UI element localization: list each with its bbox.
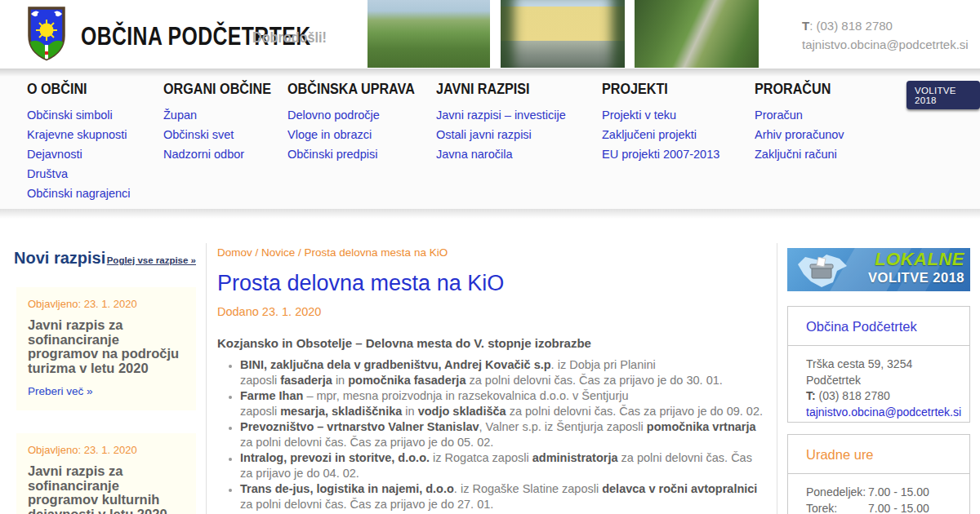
nav-link[interactable]: Zaključni računi bbox=[755, 144, 844, 164]
read-more-link[interactable]: Preberi več » bbox=[28, 385, 93, 397]
contact-address: Trška cesta 59, 3254 Podčetrtek bbox=[806, 357, 951, 388]
nav-column: ORGANI OBČINEŽupanObčinski svetNadzorni … bbox=[163, 80, 290, 164]
header-photo-hills bbox=[368, 0, 490, 68]
breadcrumb-item: Prosta delovna mesta na KiO bbox=[305, 246, 448, 259]
nav-link[interactable]: Dejavnosti bbox=[27, 144, 131, 164]
nav-link[interactable]: Arhiv proračunov bbox=[755, 125, 844, 144]
breadcrumb-separator: / bbox=[252, 246, 261, 259]
contact-email-link[interactable]: tajnistvo.obcina@podcetrtek.si bbox=[806, 405, 961, 419]
job-listing-item: Intralog, prevozi in storitve, d.o.o. iz… bbox=[240, 450, 766, 481]
job-listing-item: BINI, zaključna dela v gradbeništvu, And… bbox=[240, 357, 766, 388]
contact-box-title[interactable]: Občina Podčetrtek bbox=[788, 307, 969, 346]
municipal-coat-of-arms-logo[interactable] bbox=[27, 6, 66, 63]
nav-link[interactable]: Vloge in obrazci bbox=[287, 125, 437, 144]
nav-link[interactable]: Projekti v teku bbox=[602, 105, 719, 125]
news-card[interactable]: Objavljeno: 23. 1. 2020Javni razpis za s… bbox=[16, 287, 196, 410]
breadcrumb-separator: / bbox=[295, 246, 304, 259]
volitve-2018-button[interactable]: VOLITVE 2018 bbox=[906, 81, 980, 109]
nav-link[interactable]: Župan bbox=[163, 105, 290, 125]
see-all-tenders-link[interactable]: Poglej vse razpise » bbox=[107, 255, 196, 265]
office-hours-row: Torek:7.00 - 15.00 bbox=[806, 501, 951, 514]
article-column: Domov / Novice / Prosta delovna mesta na… bbox=[206, 243, 777, 514]
slovenia-map-ballot-icon bbox=[792, 251, 856, 289]
header-photo-walkway bbox=[635, 0, 759, 68]
nav-column: O OBČINIObčinski simboliKrajevne skupnos… bbox=[27, 80, 131, 203]
office-hours-row: Ponedeljek:7.00 - 15.00 bbox=[806, 485, 951, 501]
banner-line2: VOLITVE 2018 bbox=[868, 271, 964, 285]
nav-link[interactable]: EU projekti 2007-2013 bbox=[602, 144, 719, 164]
nav-link[interactable]: Nadzorni odbor bbox=[163, 144, 290, 164]
news-title: Javni razpis za sofinanciranje programov… bbox=[28, 464, 185, 514]
nav-link[interactable]: Društva bbox=[27, 164, 131, 184]
header-contact: T: (03) 818 2780 tajnistvo.obcina@podcet… bbox=[802, 16, 969, 54]
nav-column-title[interactable]: OBČINSKA UPRAVA bbox=[287, 80, 415, 98]
nav-column: OBČINSKA UPRAVADelovno področjeVloge in … bbox=[287, 80, 437, 164]
breadcrumb: Domov / Novice / Prosta delovna mesta na… bbox=[217, 246, 766, 259]
nav-column: PRORAČUNProračunArhiv proračunovZaključn… bbox=[755, 80, 844, 164]
job-list: BINI, zaključna dela v gradbeništvu, And… bbox=[217, 357, 766, 512]
nav-column-title[interactable]: ORGANI OBČINE bbox=[163, 80, 271, 98]
article-date: Dodano 23. 1. 2020 bbox=[217, 305, 766, 318]
contact-box: Občina Podčetrtek Trška cesta 59, 3254 P… bbox=[787, 306, 970, 423]
job-listing-item: Farme Ihan – mpr, mesna proizvodnja in r… bbox=[240, 388, 766, 419]
nav-link[interactable]: Zaključeni projekti bbox=[602, 125, 719, 144]
header-email: tajnistvo.obcina@podcetrtek.si bbox=[802, 35, 969, 54]
site-header: OBČINA PODČETRTEK Dobrodošli! T: (03) 81… bbox=[0, 0, 980, 69]
nav-column: JAVNI RAZPISIJavni razpisi – investicije… bbox=[436, 80, 566, 164]
breadcrumb-item[interactable]: Domov bbox=[217, 246, 252, 259]
job-listing-item: Trans de-jus, logistika in najemi, d.o.o… bbox=[240, 481, 766, 512]
nav-column-title[interactable]: O OBČINI bbox=[27, 80, 87, 98]
news-title: Javni razpis za sofinanciranje programov… bbox=[28, 318, 185, 375]
content-top-shadow bbox=[0, 209, 980, 219]
office-hours-body: Ponedeljek:7.00 - 15.00Torek:7.00 - 15.0… bbox=[788, 474, 969, 514]
nav-column-title[interactable]: JAVNI RAZPISI bbox=[436, 80, 530, 98]
contact-box-body: Trška cesta 59, 3254 Podčetrtek T: (03) … bbox=[788, 346, 969, 431]
nav-column: PROJEKTIProjekti v tekuZaključeni projek… bbox=[602, 80, 719, 164]
nav-link[interactable]: Javna naročila bbox=[436, 144, 566, 164]
nav-column-title[interactable]: PROJEKTI bbox=[602, 80, 668, 98]
news-list: Objavljeno: 23. 1. 2020Javni razpis za s… bbox=[16, 287, 196, 514]
office-hours-title: Uradne ure bbox=[788, 435, 969, 474]
nav-link[interactable]: Krajevne skupnosti bbox=[27, 125, 131, 144]
page-title: Prosta delovna mesta na KiO bbox=[217, 271, 766, 296]
breadcrumb-item[interactable]: Novice bbox=[261, 246, 295, 259]
header-phone: T: (03) 818 2780 bbox=[802, 16, 969, 35]
article-intro: Kozjansko in Obsotelje – Delovna mesta d… bbox=[217, 336, 766, 350]
job-listing-item: Prevozništvo – vrtnarstvo Valner Stanisl… bbox=[240, 419, 766, 450]
nav-link[interactable]: Občinski predpisi bbox=[287, 144, 437, 164]
welcome-text: Dobrodošli! bbox=[252, 29, 327, 47]
nav-link[interactable]: Proračun bbox=[755, 105, 844, 125]
banner-text: LOKALNE VOLITVE 2018 bbox=[868, 250, 964, 285]
header-photo-municipal-building bbox=[501, 0, 625, 68]
nav-link[interactable]: Ostali javni razpisi bbox=[436, 125, 566, 144]
nav-column-title[interactable]: PRORAČUN bbox=[755, 80, 831, 98]
nav-link[interactable]: Javni razpisi – investicije bbox=[436, 105, 566, 125]
nav-top-shadow bbox=[0, 69, 980, 77]
nav-link[interactable]: Občinski svet bbox=[163, 125, 290, 144]
nav-link[interactable]: Občinski simboli bbox=[27, 105, 131, 125]
office-hours-box: Uradne ure Ponedeljek:7.00 - 15.00Torek:… bbox=[787, 434, 970, 514]
local-elections-banner[interactable]: LOKALNE VOLITVE 2018 bbox=[787, 248, 970, 291]
news-published-date: Objavljeno: 23. 1. 2020 bbox=[28, 444, 185, 456]
news-published-date: Objavljeno: 23. 1. 2020 bbox=[28, 298, 185, 310]
new-tenders-title: Novi razpisi bbox=[14, 249, 105, 268]
contact-phone: T: (03) 818 2780 bbox=[806, 388, 951, 405]
nav-link[interactable]: Delovno področje bbox=[287, 105, 437, 125]
news-card[interactable]: Objavljeno: 23. 1. 2020Javni razpis za s… bbox=[16, 433, 196, 514]
nav-link[interactable]: Občinski nagrajenci bbox=[27, 184, 131, 203]
main-navigation: O OBČINIObčinski simboliKrajevne skupnos… bbox=[0, 69, 980, 209]
banner-line1: LOKALNE bbox=[868, 250, 964, 268]
new-tenders-header: Novi razpisi Poglej vse razpise » bbox=[14, 249, 196, 268]
